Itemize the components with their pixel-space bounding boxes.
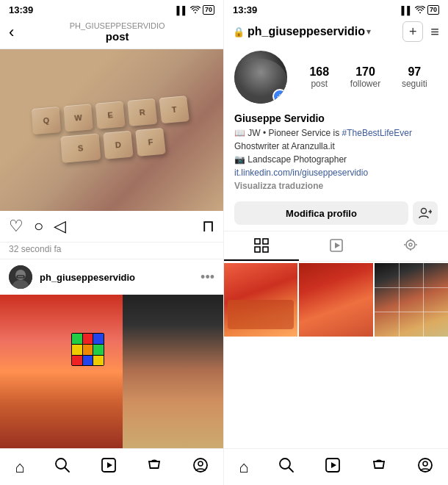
right-status-bar: 13:39 ▌▌ 70 [224,0,448,18]
key-q: Q [32,107,61,134]
r-nav-shop-icon[interactable] [371,457,387,478]
bio-line-3: 📷 Landscape Photographer [234,153,438,166]
tab-grid[interactable] [224,231,299,261]
r-nav-reels-icon[interactable] [325,457,341,478]
keyboard-visual: Q W E R T S D F [0,49,223,211]
followers-count: 170 [350,65,380,79]
stat-posts: 168 post [309,65,329,89]
bio-section: Giuseppe Servidio 📖 JW • Pioneer Service… [224,111,448,197]
chevron-down-icon: ▾ [366,26,371,37]
comment-icon[interactable]: ○ [34,217,43,236]
bottom-left-image [0,295,123,448]
post-time: 32 secondi fa [0,242,223,259]
r-nav-home-icon[interactable]: ⌂ [239,458,248,477]
svg-point-30 [423,461,427,466]
posts-label: post [309,79,329,89]
bio-line-2: Ghostwriter at Aranzulla.it [234,140,438,153]
r-wifi-icon [415,6,425,15]
back-button[interactable]: ‹ [9,23,14,42]
left-status-icons: ▌▌ 70 [176,5,214,15]
nav-username: PH_GIUSEPPESERVIDIO [70,21,165,30]
bio-text-1: 📖 JW • Pioneer Service is [234,128,342,138]
key-r: R [127,98,157,126]
bio-translate[interactable]: Visualizza traduzione [234,181,438,191]
post-username: ph_giuseppeservidio [40,272,200,283]
following-count: 97 [402,65,427,79]
svg-rect-13 [255,239,260,244]
svg-point-20 [409,243,412,246]
tab-tagged[interactable] [373,231,448,261]
nav-title-group: PH_GIUSEPPESERVIDIO post [20,21,214,43]
nav-reels-icon[interactable] [101,457,117,478]
bottom-right-image [123,295,223,448]
following-label: seguiti [402,79,427,89]
signal-icon: ▌▌ [176,6,188,15]
left-status-bar: 13:39 ▌▌ 70 [0,0,223,18]
svg-point-19 [406,240,415,249]
left-nav-header: ‹ PH_GIUSEPPESERVIDIO post [0,18,223,49]
bio-link[interactable]: it.linkedin.com/in/giuseppeservidio [234,168,368,178]
svg-rect-15 [255,247,260,252]
share-icon[interactable]: ◁ [54,217,66,236]
nav-search-icon[interactable] [54,457,71,478]
save-icon[interactable]: ⊓ [202,217,214,235]
grid-photo-3[interactable] [375,263,448,337]
key-t: T [159,96,189,123]
bio-line-4: it.linkedin.com/in/giuseppeservidio [234,166,438,179]
svg-marker-28 [331,462,336,468]
right-time: 13:39 [233,4,257,15]
post-image-top: Q W E R T S D F [0,49,223,211]
svg-point-29 [419,459,432,472]
rubiks-cube [71,333,104,366]
profile-buttons-row: Modifica profilo [224,197,448,231]
grid-photo-2[interactable] [299,263,372,337]
left-bottom-nav: ⌂ [0,448,223,485]
avatar-badge: + [272,89,287,104]
bio-name: Giuseppe Servidio [234,112,438,124]
tab-reels[interactable] [299,231,374,261]
r-nav-search-icon[interactable] [278,457,295,478]
svg-marker-18 [335,242,340,248]
battery-icon: 70 [203,5,214,15]
nav-shop-icon[interactable] [146,457,162,478]
key-w: W [63,104,93,132]
like-icon[interactable]: ♡ [9,217,24,236]
add-person-button[interactable] [413,201,438,225]
guideline-h1 [375,287,448,288]
menu-button[interactable]: ≡ [430,24,439,40]
right-bottom-nav: ⌂ [224,448,448,485]
svg-line-5 [65,467,70,472]
post-image-bottom [0,295,223,448]
right-panel: 13:39 ▌▌ 70 🔒 ph_giuseppeservidio ▾ + ≡ … [224,0,448,485]
key-f: F [135,128,166,157]
left-panel: 13:39 ▌▌ 70 ‹ PH_GIUSEPPESERVIDIO post Q… [0,0,224,485]
svg-marker-7 [107,462,112,468]
profile-username: ph_giuseppeservidio [248,25,365,38]
stats-row: 168 post 170 follower 97 seguiti [299,65,438,89]
key-e: E [95,101,126,129]
wifi-icon [190,6,200,15]
bio-text-3: 📷 Landscape Photographer [234,154,347,165]
post-user-avatar [9,265,32,289]
grid-photo-1[interactable] [224,263,297,337]
right-nav-header: 🔒 ph_giuseppeservidio ▾ + ≡ [224,18,448,48]
post-right-actions: ⊓ [202,217,214,236]
svg-point-9 [198,461,203,466]
nav-home-icon[interactable]: ⌂ [15,458,24,477]
r-nav-profile-icon[interactable] [417,457,433,478]
page-title: post [106,30,129,43]
guideline-h2 [375,312,448,312]
posts-count: 168 [309,65,329,79]
more-options-button[interactable]: ••• [200,270,214,285]
guideline-v1 [399,263,400,337]
add-account-button[interactable]: + [402,21,423,42]
profile-tabs [224,231,448,262]
photo-grid [224,263,448,448]
nav-profile-icon[interactable] [192,457,209,478]
edit-profile-button[interactable]: Modifica profilo [234,201,408,225]
lock-icon: 🔒 [233,26,245,37]
bio-hashtag[interactable]: #TheBestLifeEver [342,128,412,138]
left-time: 13:39 [9,4,33,15]
right-status-icons: ▌▌ 70 [401,5,439,15]
r-battery-icon: 70 [427,5,439,15]
